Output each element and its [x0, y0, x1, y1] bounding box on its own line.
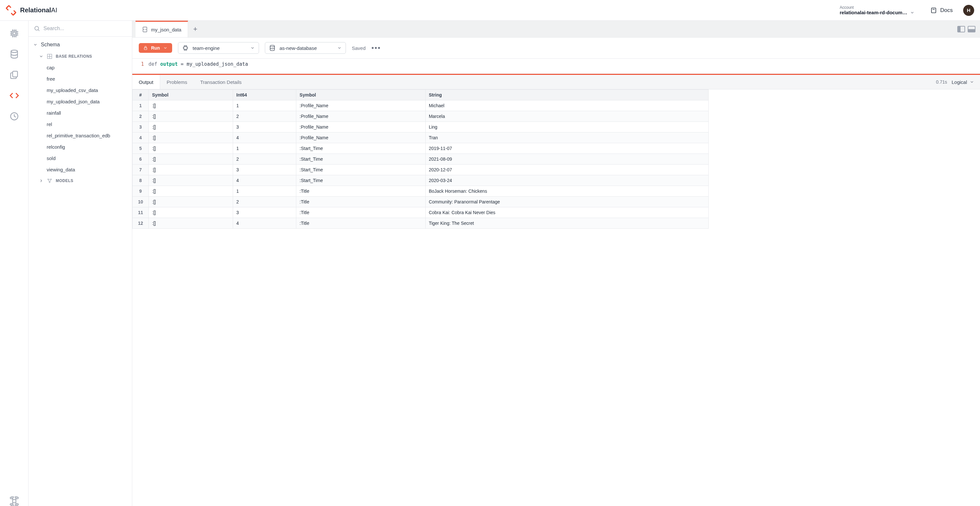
sidebar-item[interactable]: rel: [29, 119, 132, 130]
brand-logo[interactable]: RelationalAI: [6, 5, 57, 16]
table-row[interactable]: 6:[]2:Start_Time2021-08-09: [133, 154, 709, 165]
table-cell: :[]: [149, 143, 233, 154]
tab-output[interactable]: Output: [132, 75, 160, 89]
sidebar-item[interactable]: free: [29, 73, 132, 84]
engine-name: team-engine: [192, 45, 220, 51]
files-icon[interactable]: [10, 70, 19, 80]
table-row[interactable]: 2:[]2:Profile_NameMarcela: [133, 111, 709, 122]
file-tab-label: my_json_data: [151, 27, 181, 32]
table-cell: 2020-03-24: [425, 175, 709, 186]
result-tabs: Output Problems Transaction Details 0.71…: [132, 74, 980, 89]
account-name: relationalai-team-rd-docum…: [840, 10, 907, 15]
chevron-down-icon: [910, 10, 915, 15]
table-row[interactable]: 1:[]1:Profile_NameMichael: [133, 100, 709, 111]
engine-selector[interactable]: team-engine: [178, 42, 259, 54]
table-cell: 12: [133, 218, 149, 229]
column-header: Symbol: [296, 90, 426, 100]
column-header: Int64: [233, 90, 296, 100]
svg-line-21: [38, 30, 40, 31]
table-cell: 10: [133, 197, 149, 207]
docs-link[interactable]: Docs: [931, 7, 953, 14]
table-cell: 2: [233, 154, 296, 165]
table-icon: [47, 54, 52, 59]
base-relations-label: BASE RELATIONS: [56, 54, 92, 59]
svg-point-39: [270, 45, 275, 47]
base-relations-group[interactable]: BASE RELATIONS: [29, 51, 132, 62]
tab-problems[interactable]: Problems: [160, 75, 194, 89]
table-row[interactable]: 9:[]1:TitleBoJack Horseman: Chickens: [133, 186, 709, 197]
table-cell: 5: [133, 143, 149, 154]
table-cell: :[]: [149, 175, 233, 186]
models-group[interactable]: MODELS: [29, 175, 132, 186]
toggle-bottom-panel-icon[interactable]: [968, 26, 975, 32]
schema-tree: Schema BASE RELATIONS capfreemy_uploaded…: [29, 36, 132, 506]
view-mode-selector[interactable]: Logical: [951, 79, 974, 85]
table-row[interactable]: 7:[]3:Start_Time2020-12-07: [133, 165, 709, 175]
table-row[interactable]: 5:[]1:Start_Time2019-11-07: [133, 143, 709, 154]
file-tabs: my_json_data +: [132, 21, 980, 38]
sidebar-item[interactable]: my_uploaded_csv_data: [29, 84, 132, 96]
table-cell: :Start_Time: [296, 175, 426, 186]
tab-transaction-details[interactable]: Transaction Details: [194, 75, 248, 89]
table-cell: 4: [233, 218, 296, 229]
table-cell: 6: [133, 154, 149, 165]
chevron-down-icon: [163, 46, 168, 50]
sidebar-item[interactable]: rel_primitive_transaction_edb: [29, 130, 132, 141]
table-row[interactable]: 4:[]4:Profile_NameTran: [133, 133, 709, 143]
chevron-down-icon: [250, 46, 255, 50]
table-cell: Tran: [425, 133, 709, 143]
run-label: Run: [151, 45, 160, 51]
schema-header[interactable]: Schema: [29, 38, 132, 51]
table-cell: :[]: [149, 122, 233, 133]
table-row[interactable]: 10:[]2:TitleCommunity: Paranormal Parent…: [133, 197, 709, 207]
table-cell: :Title: [296, 207, 426, 218]
avatar[interactable]: H: [963, 5, 974, 16]
database-selector[interactable]: as-new-database: [265, 42, 346, 54]
file-tab[interactable]: my_json_data: [135, 21, 188, 37]
chevron-down-icon: [39, 54, 43, 59]
code-icon[interactable]: [10, 91, 19, 100]
account-label: Account: [840, 5, 918, 10]
add-tab-button[interactable]: +: [188, 21, 202, 37]
table-cell: 2020-12-07: [425, 165, 709, 175]
table-cell: 1: [233, 143, 296, 154]
account-selector[interactable]: Account relationalai-team-rd-docum…: [840, 5, 918, 15]
search-input[interactable]: [43, 25, 127, 32]
svg-point-25: [48, 179, 49, 180]
more-options-icon[interactable]: •••: [372, 44, 381, 52]
chevron-down-icon: [33, 43, 38, 47]
engine-icon: [182, 45, 189, 51]
table-cell: 3: [133, 122, 149, 133]
history-icon[interactable]: [10, 111, 19, 121]
sidebar-item[interactable]: rainfall: [29, 107, 132, 119]
svg-rect-19: [13, 500, 16, 503]
svg-rect-3: [13, 32, 16, 35]
table-cell: :[]: [149, 165, 233, 175]
table-cell: 3: [233, 122, 296, 133]
models-label: MODELS: [56, 179, 73, 183]
engine-icon[interactable]: [10, 29, 19, 38]
code-editor[interactable]: 1 def output = my_uploaded_json_data: [132, 59, 980, 74]
table-cell: 3: [233, 165, 296, 175]
database-icon[interactable]: [10, 49, 19, 59]
sidebar-item[interactable]: my_uploaded_json_data: [29, 96, 132, 107]
search-box[interactable]: [29, 21, 132, 36]
table-row[interactable]: 8:[]4:Start_Time2020-03-24: [133, 175, 709, 186]
table-row[interactable]: 12:[]4:TitleTiger King: The Secret: [133, 218, 709, 229]
sidebar-item[interactable]: sold: [29, 152, 132, 164]
table-cell: :Profile_Name: [296, 133, 426, 143]
top-bar: RelationalAI Account relationalai-team-r…: [0, 0, 980, 21]
run-button[interactable]: Run: [139, 43, 172, 53]
table-cell: :[]: [149, 186, 233, 197]
keyboard-shortcuts-icon[interactable]: [10, 496, 19, 506]
table-cell: :Profile_Name: [296, 122, 426, 133]
table-row[interactable]: 3:[]3:Profile_NameLing: [133, 122, 709, 133]
toggle-left-panel-icon[interactable]: [957, 26, 965, 32]
table-cell: Marcela: [425, 111, 709, 122]
sidebar-item[interactable]: cap: [29, 62, 132, 73]
sidebar-item[interactable]: viewing_data: [29, 164, 132, 175]
table-cell: 4: [133, 133, 149, 143]
table-row[interactable]: 11:[]3:TitleCobra Kai: Cobra Kai Never D…: [133, 207, 709, 218]
table-cell: 2: [133, 111, 149, 122]
sidebar-item[interactable]: relconfig: [29, 141, 132, 152]
